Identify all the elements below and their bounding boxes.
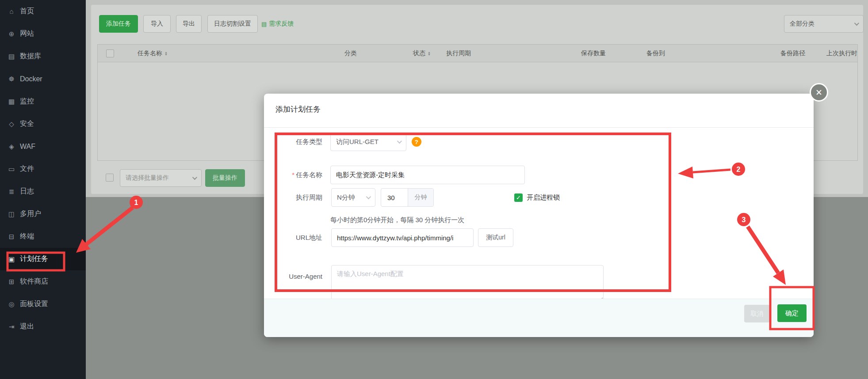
column-header-6: 备份到 (646, 45, 665, 62)
help-icon[interactable]: ? (412, 137, 421, 147)
column-header-label: 备份路径 (780, 49, 805, 57)
database-icon: ▤ (7, 53, 16, 61)
sidebar-item-1[interactable]: ⌂首页 (0, 0, 86, 23)
feedback-icon: ▤ (261, 21, 267, 27)
confirm-button[interactable]: 确定 (777, 304, 807, 322)
sidebar-item-label: 首页 (20, 7, 34, 16)
log-cut-settings-button[interactable]: 日志切割设置 (207, 15, 258, 33)
sidebar-item-label: 多用户 (20, 209, 41, 219)
appstore-icon: ⊞ (7, 278, 16, 286)
import-button[interactable]: 导入 (143, 15, 171, 33)
sidebar-item-2[interactable]: ⊕网站 (0, 23, 86, 45)
step-1-number: 1 (134, 199, 138, 206)
sidebar-item-9[interactable]: ≣日志 (0, 180, 86, 203)
cycle-value-input[interactable]: 30 (381, 189, 408, 206)
cycle-label: 执行周期 (273, 188, 322, 207)
modal-title: 添加计划任务 (275, 104, 321, 114)
task-type-select[interactable]: 访问URL-GET (330, 133, 406, 151)
sidebar-item-13[interactable]: ⊞软件商店 (0, 270, 86, 293)
close-icon[interactable]: ✕ (810, 83, 828, 102)
sidebar-item-3[interactable]: ▤数据库 (0, 45, 86, 68)
home-icon: ⌂ (7, 8, 16, 15)
sidebar-item-6[interactable]: ◇安全 (0, 113, 86, 135)
column-header-label: 备份到 (646, 49, 665, 57)
logs-icon: ≣ (7, 188, 16, 196)
user-agent-textarea[interactable] (331, 265, 604, 302)
feedback-label: 需求反馈 (269, 20, 294, 28)
files-icon: ▭ (7, 165, 16, 173)
sidebar-item-4[interactable]: ☸Docker (0, 68, 86, 90)
column-header-5: 保存数量 (581, 45, 606, 62)
column-header-8: 上次执行时间 (826, 45, 858, 62)
sidebar-item-11[interactable]: ⊟终端 (0, 225, 86, 248)
column-header-label: 任务名称 (138, 49, 162, 57)
security-icon: ◇ (7, 120, 16, 128)
cycle-hint-text: 每小时的第0分钟开始，每隔 30 分钟执行一次 (330, 216, 464, 224)
terminal-icon: ⊟ (7, 233, 16, 241)
cycle-unit-select[interactable]: N分钟 (331, 188, 375, 207)
process-lock-checkbox[interactable]: ✓ (514, 193, 523, 202)
sidebar-item-label: Docker (20, 75, 42, 83)
column-header-3[interactable]: 状态▲▼ (413, 45, 431, 62)
sidebar-item-label: 数据库 (20, 52, 41, 61)
sidebar-item-label: 计划任务 (20, 254, 48, 264)
url-label: URL地址 (273, 228, 322, 247)
sort-icon[interactable]: ▲▼ (164, 51, 168, 56)
step-1-badge (130, 196, 143, 209)
batch-operation-button[interactable]: 批量操作 (205, 169, 245, 187)
export-button[interactable]: 导出 (176, 15, 202, 33)
column-header-1[interactable]: 任务名称▲▼ (138, 45, 168, 62)
column-header-label: 执行周期 (446, 49, 471, 57)
column-header-2: 分类 (344, 45, 357, 62)
sidebar-item-15[interactable]: ⇥退出 (0, 315, 86, 338)
sort-icon[interactable]: ▲▼ (428, 51, 431, 56)
task-name-input[interactable] (330, 166, 525, 184)
column-header-label: 上次执行时间 (826, 49, 858, 57)
add-task-button[interactable]: 添加任务 (99, 15, 138, 33)
cycle-suffix: 分钟 (408, 189, 433, 206)
column-header-7: 备份路径 (780, 45, 805, 62)
sidebar-item-label: 安全 (20, 119, 34, 129)
modal-footer: 取消 确定 (264, 299, 814, 337)
add-cron-task-modal: 添加计划任务 任务类型 访问URL-GET ? *任务名称 执行周期 N分钟 3… (264, 94, 814, 337)
waf-icon: ◈ (7, 143, 16, 151)
sidebar-item-10[interactable]: ◫多用户 (0, 203, 86, 225)
column-header-label: 保存数量 (581, 49, 606, 57)
user-agent-label: User-Agent (273, 267, 322, 286)
url-input[interactable] (331, 228, 474, 247)
chevron-down-icon (397, 139, 402, 144)
cancel-button[interactable]: 取消 (744, 305, 770, 322)
chevron-down-icon (366, 194, 371, 199)
task-type-value: 访问URL-GET (336, 138, 379, 146)
batch-operation-placeholder: 请选择批量操作 (126, 174, 169, 182)
process-lock-label: 开启进程锁 (527, 188, 560, 207)
sidebar-item-label: 日志 (20, 187, 34, 196)
sidebar-menu: ⌂首页⊕网站▤数据库☸Docker▦监控◇安全◈WAF▭文件≣日志◫多用户⊟终端… (0, 0, 86, 338)
required-asterisk: * (292, 171, 294, 178)
task-table-header: 任务名称▲▼分类状态▲▼执行周期保存数量备份到备份路径上次执行时间 (98, 45, 857, 62)
sidebar-item-8[interactable]: ▭文件 (0, 158, 86, 180)
cron-icon: ▣ (7, 255, 16, 263)
sidebar-item-label: 退出 (20, 322, 34, 331)
category-filter-select[interactable]: 全部分类 (784, 15, 864, 33)
column-header-label: 状态 (413, 49, 425, 57)
batch-select-checkbox[interactable] (106, 174, 114, 182)
chevron-down-icon (192, 175, 197, 180)
sidebar-item-5[interactable]: ▦监控 (0, 90, 86, 113)
sidebar-item-label: 终端 (20, 232, 34, 241)
cycle-unit-value: N分钟 (337, 193, 355, 202)
arrow-1-shaft (86, 208, 133, 244)
sidebar-item-7[interactable]: ◈WAF (0, 135, 86, 158)
feedback-link[interactable]: ▤ 需求反馈 (261, 15, 294, 33)
batch-operation-select[interactable]: 请选择批量操作 (120, 169, 202, 187)
select-all-checkbox[interactable] (106, 49, 114, 57)
multiuser-icon: ◫ (7, 210, 16, 218)
category-filter-value: 全部分类 (790, 20, 814, 28)
sidebar-item-label: WAF (20, 143, 35, 151)
logout-icon: ⇥ (7, 323, 16, 331)
sidebar-item-14[interactable]: ◎面板设置 (0, 293, 86, 315)
test-url-button[interactable]: 测试url (478, 228, 513, 247)
column-header-label: 分类 (344, 49, 357, 57)
sidebar-item-12[interactable]: ▣计划任务 (0, 248, 86, 270)
sidebar-item-label: 面板设置 (20, 299, 48, 309)
